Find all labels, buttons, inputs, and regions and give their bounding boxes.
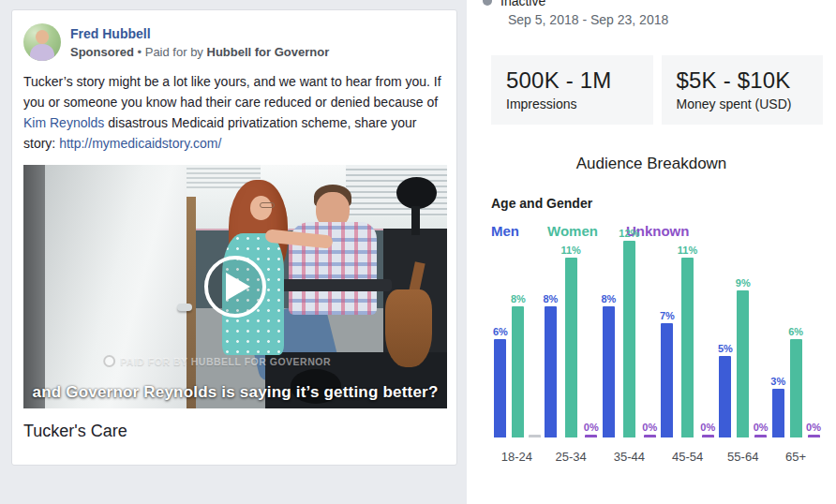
video-title: Tucker's Care bbox=[23, 422, 445, 441]
scene-door bbox=[45, 165, 187, 408]
age-gender-bar-chart: 6%8%18-248%11%0%25-348%12%0%35-447%11%0%… bbox=[493, 246, 821, 464]
bar-men-25-34 bbox=[545, 306, 557, 437]
play-icon bbox=[226, 273, 250, 301]
play-button[interactable] bbox=[204, 256, 266, 318]
bar-col-women-55-64: 9% bbox=[736, 277, 751, 438]
post-text-segment: Tucker’s story might be a lot like yours… bbox=[23, 74, 441, 110]
bars: 5%9%0% bbox=[718, 277, 769, 438]
bar-col-women-25-34: 11% bbox=[560, 245, 580, 438]
bar-men-55-64 bbox=[719, 356, 731, 438]
ad-post-card: Fred Hubbell Sponsored • Paid for by Hub… bbox=[11, 9, 457, 466]
sponsored-line: Sponsored • Paid for by Hubbell for Gove… bbox=[70, 45, 329, 60]
bar-value-label: 0% bbox=[754, 422, 769, 433]
bar-value-label: 8% bbox=[544, 293, 559, 304]
bars: 8%11%0% bbox=[544, 245, 599, 438]
bar-men-35-44 bbox=[603, 306, 615, 437]
sponsored-label: Sponsored bbox=[70, 45, 134, 59]
ad-archive-page: Fred Hubbell Sponsored • Paid for by Hub… bbox=[0, 0, 836, 504]
x-axis-label-18-24: 18-24 bbox=[501, 450, 532, 464]
video-thumbnail[interactable]: PAID FOR BY HUBBELL FOR GOVERNOR and Gov… bbox=[23, 165, 447, 408]
scene-wheelchair-armrest bbox=[274, 279, 393, 291]
bar-col-men-25-34: 8% bbox=[544, 293, 559, 437]
chart-title: Age and Gender bbox=[491, 196, 823, 211]
bar-col-unknown-35-44: 0% bbox=[642, 422, 657, 437]
x-axis-label-25-34: 25-34 bbox=[555, 450, 586, 464]
page-name-link[interactable]: Fred Hubbell bbox=[70, 26, 151, 43]
scene-woman-glasses bbox=[260, 202, 274, 208]
bar-col-women-65+: 6% bbox=[788, 326, 803, 437]
bars: 7%11%0% bbox=[660, 245, 715, 438]
bar-col-unknown-18-24 bbox=[529, 422, 541, 437]
legend-women: Women bbox=[547, 223, 598, 239]
scene-wheelchair-headrest bbox=[396, 177, 437, 209]
bar-men-45-54 bbox=[661, 323, 673, 438]
date-range: Sep 5, 2018 - Sep 23, 2018 bbox=[467, 12, 836, 27]
bar-group-65+: 3%6%0%65+ bbox=[770, 326, 821, 464]
bar-col-men-55-64: 5% bbox=[718, 343, 733, 438]
bar-unknown-45-54 bbox=[702, 435, 714, 437]
bar-men-65+ bbox=[772, 389, 784, 438]
bar-value-label: 0% bbox=[642, 422, 657, 433]
bar-col-men-35-44: 8% bbox=[601, 293, 616, 437]
legend-men: Men bbox=[491, 223, 519, 239]
bar-women-35-44 bbox=[623, 241, 635, 437]
bar-value-label: 12% bbox=[619, 228, 639, 239]
bar-unknown-18-24 bbox=[529, 435, 541, 437]
bar-col-unknown-55-64: 0% bbox=[754, 422, 769, 437]
post-link[interactable]: http://mymedicaidstory.com/ bbox=[59, 136, 221, 151]
bar-col-men-18-24: 6% bbox=[493, 326, 508, 437]
bar-women-25-34 bbox=[565, 258, 577, 438]
post-header: Fred Hubbell Sponsored • Paid for by Hub… bbox=[23, 23, 445, 61]
avatar-shirt bbox=[30, 44, 54, 61]
x-axis-label-65+: 65+ bbox=[785, 450, 806, 464]
bar-unknown-25-34 bbox=[585, 435, 597, 437]
status-label: Inactive bbox=[500, 0, 545, 8]
watermark-logo-icon bbox=[103, 355, 115, 367]
bars: 6%8% bbox=[493, 293, 541, 437]
scene-doorframe bbox=[187, 197, 196, 408]
post-link[interactable]: Kim Reynolds bbox=[23, 115, 104, 130]
bar-col-women-45-54: 11% bbox=[678, 245, 697, 438]
bar-value-label: 8% bbox=[601, 293, 616, 304]
bar-col-women-35-44: 12% bbox=[619, 228, 639, 437]
bar-women-65+ bbox=[790, 339, 802, 437]
scene-wheelchair-stem bbox=[411, 206, 420, 235]
video-caption: and Governor Reynolds is saying it’s get… bbox=[23, 383, 447, 402]
bar-value-label: 6% bbox=[493, 326, 508, 337]
bar-men-18-24 bbox=[494, 339, 506, 437]
bar-value-label: 0% bbox=[584, 422, 599, 433]
x-axis-label-55-64: 55-64 bbox=[727, 450, 758, 464]
avatar[interactable] bbox=[23, 23, 61, 61]
bar-value-label: 6% bbox=[788, 326, 803, 337]
paid-for-watermark: PAID FOR BY HUBBELL FOR GOVERNOR bbox=[103, 355, 331, 367]
bar-value-label: 5% bbox=[718, 343, 733, 354]
funder-name: Hubbell for Governor bbox=[207, 45, 330, 59]
audience-breakdown-title: Audience Breakdown bbox=[467, 155, 836, 173]
post-text: Tucker’s story might be a lot like yours… bbox=[23, 71, 447, 154]
dot-separator: • bbox=[138, 45, 142, 59]
bar-col-men-65+: 3% bbox=[770, 376, 785, 438]
bar-group-25-34: 8%11%0%25-34 bbox=[544, 245, 599, 465]
bar-value-label: 11% bbox=[678, 245, 697, 256]
bar-unknown-55-64 bbox=[754, 435, 767, 437]
bar-unknown-65+ bbox=[808, 435, 820, 437]
bar-women-18-24 bbox=[512, 306, 524, 437]
bar-group-18-24: 6%8%18-24 bbox=[493, 293, 541, 464]
bar-women-45-54 bbox=[681, 258, 694, 438]
paid-for-by-label: Paid for by bbox=[145, 45, 203, 59]
avatar-face bbox=[36, 30, 49, 44]
impressions-value: 500K - 1M bbox=[506, 67, 638, 94]
bar-unknown-35-44 bbox=[644, 435, 656, 437]
inactive-status-icon bbox=[483, 0, 492, 6]
x-axis-label-45-54: 45-54 bbox=[672, 450, 703, 464]
bar-group-45-54: 7%11%0%45-54 bbox=[660, 245, 715, 465]
bar-value-label: 3% bbox=[770, 376, 785, 387]
bar-value-label: 8% bbox=[511, 293, 526, 304]
bar-col-women-18-24: 8% bbox=[511, 293, 526, 437]
watermark-text: PAID FOR BY HUBBELL FOR GOVERNOR bbox=[120, 356, 331, 367]
bar-col-unknown-25-34: 0% bbox=[584, 422, 599, 437]
bar-women-55-64 bbox=[737, 290, 749, 438]
ad-preview-panel: Fred Hubbell Sponsored • Paid for by Hub… bbox=[0, 0, 467, 504]
bars: 8%12%0% bbox=[601, 228, 657, 437]
bar-value-label: 0% bbox=[700, 422, 715, 433]
